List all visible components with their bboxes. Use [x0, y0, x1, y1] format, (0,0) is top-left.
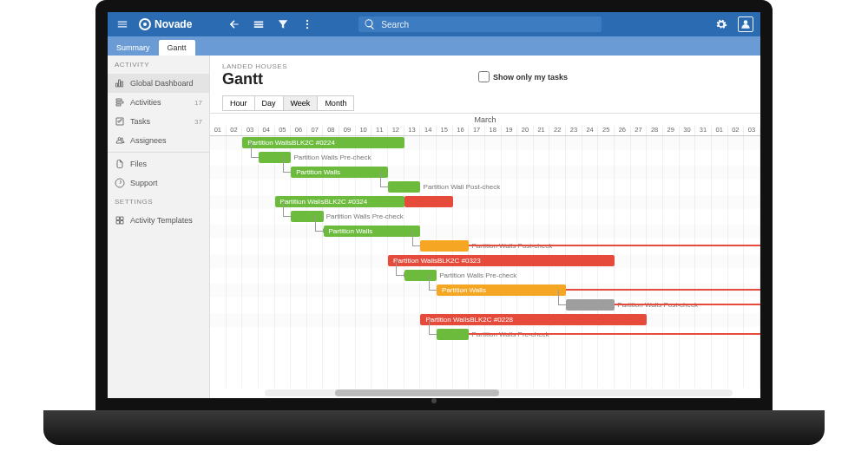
more-button[interactable] — [299, 16, 315, 32]
day-01: 01 — [210, 126, 227, 135]
gantt-row: Partition Walls Post-check — [210, 239, 760, 253]
search-input[interactable] — [381, 20, 596, 29]
svg-point-2 — [306, 27, 308, 29]
hamburger-icon — [116, 18, 128, 30]
show-only-my-tasks[interactable]: Show only my tasks — [478, 71, 568, 82]
gantt-row: Partition Walls — [210, 225, 760, 239]
day-11: 11 — [372, 126, 388, 135]
show-only-checkbox[interactable] — [478, 71, 490, 82]
gantt-bar[interactable]: Partition WallsBLK2C #0228 — [420, 314, 647, 325]
day-06: 06 — [291, 126, 307, 135]
day-04: 04 — [259, 126, 275, 135]
assignees-icon — [115, 135, 125, 146]
sidebar-item-label: Activity Templates — [130, 216, 193, 225]
sidebar-item-support[interactable]: Support — [108, 173, 209, 193]
day-08: 08 — [323, 126, 339, 135]
sidebar-item-activities[interactable]: Activities17 — [108, 93, 209, 112]
sidebar-section-settings: SETTINGS — [108, 193, 209, 211]
day-02: 02 — [728, 126, 745, 135]
search-icon — [364, 18, 376, 30]
gantt-row: Partition Walls Pre-check — [210, 269, 760, 283]
gantt-bar[interactable]: Partition Walls — [324, 226, 421, 237]
sidebar-item-label: Global Dashboard — [130, 79, 194, 88]
gantt-bar[interactable]: Partition WallsBLK2C #0324 — [275, 196, 404, 207]
gantt-day-scale: 0102030405060708091011121314151617181920… — [210, 126, 760, 135]
back-button[interactable] — [227, 16, 242, 32]
layers-icon — [253, 18, 265, 30]
gantt-bar-label: Partition Wall Post-check — [424, 181, 501, 193]
gantt-row: Partition WallsBLK2C #0228 — [210, 313, 760, 327]
gantt-row: Partition Walls Pre-check — [210, 210, 760, 224]
day-26: 26 — [615, 126, 631, 135]
gantt-row: Partition Wall Post-check — [210, 180, 760, 194]
overdue-line — [469, 333, 760, 335]
day-25: 25 — [598, 126, 615, 135]
tab-summary[interactable]: Summary — [108, 40, 159, 56]
laptop-camera — [431, 398, 437, 403]
gantt-chart[interactable]: March 0102030405060708091011121314151617… — [210, 113, 760, 398]
gantt-bar-label: Partition Walls Pre-check — [439, 270, 516, 281]
sidebar-item-label: Support — [130, 179, 158, 187]
gantt-bar[interactable]: Partition WallsBLK2C #0323 — [388, 255, 615, 266]
day-17: 17 — [469, 126, 485, 135]
menu-button[interactable] — [115, 16, 130, 32]
gantt-row: Partition Walls — [210, 284, 760, 298]
zoom-month[interactable]: Month — [318, 95, 354, 111]
show-only-label: Show only my tasks — [493, 73, 568, 82]
day-31: 31 — [695, 126, 712, 135]
gantt-bar[interactable]: Partition Walls — [291, 167, 388, 178]
sidebar-item-assignees[interactable]: Assignees — [108, 131, 209, 150]
day-02: 02 — [227, 126, 243, 135]
scrollbar-thumb[interactable] — [335, 389, 499, 396]
day-10: 10 — [356, 126, 372, 135]
zoom-hour[interactable]: Hour — [222, 95, 255, 111]
brand-logo[interactable]: Novade — [139, 18, 192, 30]
tab-gantt[interactable]: Gantt — [159, 40, 195, 56]
user-icon — [740, 18, 752, 30]
day-27: 27 — [631, 126, 648, 135]
day-18: 18 — [485, 126, 502, 135]
gantt-bar[interactable] — [566, 299, 615, 311]
gear-icon — [715, 18, 727, 30]
gantt-row: Partition Walls — [210, 166, 760, 180]
day-07: 07 — [307, 126, 324, 135]
sidebar-section-activity: ACTIVITY — [108, 56, 209, 74]
laptop-base — [43, 410, 825, 445]
page-title: Gantt — [222, 70, 287, 88]
day-21: 21 — [534, 126, 550, 135]
search-box[interactable] — [358, 16, 602, 32]
zoom-week[interactable]: Week — [284, 95, 319, 111]
brand-name: Novade — [155, 18, 192, 30]
gantt-bar[interactable] — [404, 196, 453, 207]
overdue-line — [469, 245, 760, 246]
gantt-horizontal-scrollbar[interactable] — [265, 389, 733, 396]
tasks-icon — [115, 116, 125, 127]
gantt-bar[interactable] — [388, 181, 420, 193]
filter-button[interactable] — [275, 16, 291, 32]
overdue-line — [615, 304, 760, 305]
day-03: 03 — [242, 126, 259, 135]
sidebar-item-label: Assignees — [130, 136, 167, 145]
overdue-line — [566, 289, 760, 291]
day-01: 01 — [712, 126, 728, 135]
sidebar-item-activity-templates[interactable]: Activity Templates — [108, 211, 209, 230]
sidebar-item-global-dashboard[interactable]: Global Dashboard — [108, 74, 209, 93]
zoom-day[interactable]: Day — [255, 95, 284, 111]
day-28: 28 — [647, 126, 663, 135]
support-icon — [115, 178, 125, 188]
stack-button[interactable] — [251, 16, 266, 32]
gantt-row: Partition Walls Post-check — [210, 298, 760, 312]
sidebar-divider — [108, 152, 209, 153]
svg-point-0 — [306, 20, 308, 22]
account-button[interactable] — [738, 16, 753, 32]
sidebar-item-tasks[interactable]: Tasks37 — [108, 112, 209, 131]
gantt-bar[interactable]: Partition WallsBLK2C #0224 — [242, 137, 404, 148]
gantt-bar[interactable] — [420, 240, 469, 252]
settings-button[interactable] — [713, 16, 729, 32]
sidebar-item-files[interactable]: Files — [108, 154, 209, 173]
sidebar-item-label: Activities — [130, 98, 161, 107]
gantt-bar[interactable]: Partition Walls — [437, 285, 566, 296]
gantt-bar[interactable] — [437, 329, 469, 340]
day-29: 29 — [663, 126, 680, 135]
day-22: 22 — [549, 126, 566, 135]
